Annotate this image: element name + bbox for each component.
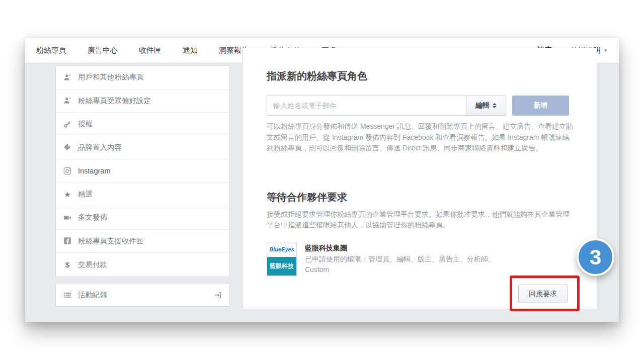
blueeyes-logo-chinese: 藍眼科技: [267, 257, 296, 276]
sidebar-item-label: 粉絲專頁支援收件匣: [78, 236, 144, 246]
partner-request-row: BlueEyes 藍眼科技 藍眼科技集團 已申請使用的權限：管理員、編輯、版主、…: [267, 242, 573, 276]
partner-requests-title: 等待合作夥伴要求: [267, 191, 573, 204]
sidebar-item-audience-preferences[interactable]: 粉絲專頁受眾偏好設定: [56, 89, 229, 113]
sidebar-item-label: Instagram: [78, 167, 110, 175]
sidebar-item-featured[interactable]: ★ 精選: [56, 183, 229, 207]
list-icon: [63, 291, 72, 299]
sidebar-item-label: 精選: [78, 190, 93, 199]
facebook-icon: [63, 237, 72, 245]
external-arrow-icon: [213, 291, 222, 299]
sidebar-item-label: 粉絲專頁受眾偏好設定: [78, 96, 151, 106]
name-or-email-input[interactable]: [267, 96, 466, 116]
sidebar-item-label: 交易付款: [78, 260, 107, 269]
sidebar-item-authorizations[interactable]: 授權: [56, 113, 229, 136]
role-dropdown[interactable]: 編輯: [466, 96, 506, 116]
nav-tab-label: 廣告中心: [88, 46, 118, 55]
sidebar-item-payments[interactable]: $ 交易付款: [56, 253, 229, 277]
add-button[interactable]: 新增: [512, 96, 569, 116]
nav-tab-inbox[interactable]: 收件匣: [139, 38, 162, 63]
assign-roles-title: 指派新的粉絲專頁角色: [267, 69, 573, 82]
key-icon: [63, 120, 72, 128]
user-star-icon: [63, 97, 72, 105]
nav-tab-page[interactable]: 粉絲專頁: [36, 38, 66, 63]
sidebar-item-label: 用戶和其他粉絲專頁: [78, 72, 144, 82]
star-icon: ★: [63, 191, 72, 198]
branded-content-icon: [63, 143, 72, 151]
nav-tab-label: 通知: [183, 46, 198, 55]
page: 粉絲專頁 廣告中心 收件匣 通知 洞察報告 發佈工具 更多▼ 設定 使用說明▼ …: [0, 0, 644, 362]
sidebar-item-label: 活動紀錄: [78, 290, 107, 300]
role-description: 可以粉絲專頁身分發佈和傳送 Messenger 訊息、回覆和刪除專頁上的留言、建…: [267, 121, 575, 154]
page-roles-panel: 指派新的粉絲專頁角色 編輯 新增 可以粉絲專頁身分發佈和傳送 Messenger…: [242, 48, 597, 309]
sidebar-item-people-and-pages[interactable]: 用戶和其他粉絲專頁: [56, 66, 229, 89]
partner-permissions: 已申請使用的權限：管理員、編輯、版主、廣告主、分析師、Custom: [305, 254, 510, 275]
chevron-down-icon: ▼: [604, 48, 608, 53]
nav-tab-notifications[interactable]: 通知: [183, 38, 198, 63]
sidebar-item-page-support-inbox[interactable]: 粉絲專頁支援收件匣: [56, 230, 229, 253]
user-plus-icon: [63, 73, 72, 81]
nav-tab-label: 粉絲專頁: [36, 46, 66, 55]
assign-role-form: 編輯 新增: [267, 96, 573, 116]
sidebar-item-branded-content[interactable]: 品牌置入內容: [56, 136, 229, 160]
partner-info: 藍眼科技集團 已申請使用的權限：管理員、編輯、版主、廣告主、分析師、Custom: [305, 242, 510, 276]
partner-requests-description: 接受或拒絕要求管理你粉絲專頁的企業管理平台要求。如果你批准要求，他們就能夠在其企…: [267, 209, 571, 231]
sidebar-item-label: 品牌置入內容: [78, 143, 122, 152]
blueeyes-logo-wordmark: BlueEyes: [267, 242, 296, 257]
nav-tab-label: 收件匣: [139, 46, 162, 55]
sidebar-item-instagram[interactable]: Instagram: [56, 159, 229, 183]
sidebar-item-activity-log[interactable]: 活動紀錄: [55, 283, 230, 307]
role-dropdown-value: 編輯: [475, 101, 490, 110]
blueeyes-logo: BlueEyes 藍眼科技: [267, 242, 297, 276]
sidebar-item-crossposting[interactable]: 多文發佈: [56, 206, 229, 230]
instagram-icon: [63, 167, 72, 175]
sidebar-item-label: 多文發佈: [78, 213, 107, 222]
dollar-icon: $: [63, 261, 72, 268]
partner-name: 藍眼科技集團: [305, 243, 510, 253]
respond-request-button[interactable]: 回應要求: [518, 285, 568, 303]
sort-arrows-icon: [493, 103, 497, 108]
nav-tab-ad-center[interactable]: 廣告中心: [88, 38, 118, 63]
settings-sidebar: 用戶和其他粉絲專頁 粉絲專頁受眾偏好設定 授權 品牌置入內容: [55, 65, 230, 277]
sidebar-item-label: 授權: [78, 119, 93, 129]
video-camera-icon: [63, 214, 72, 222]
facebook-settings-window: 粉絲專頁 廣告中心 收件匣 通知 洞察報告 發佈工具 更多▼ 設定 使用說明▼ …: [25, 38, 619, 322]
